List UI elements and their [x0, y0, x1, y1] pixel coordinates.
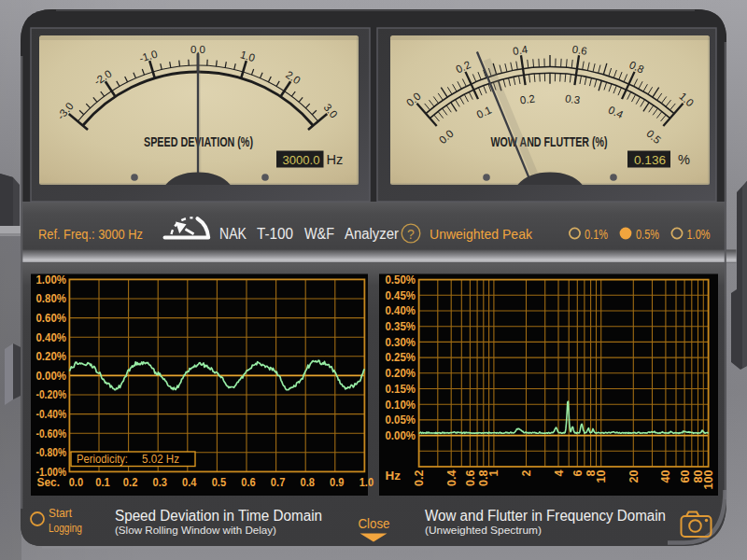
svg-text:10: 10: [595, 470, 608, 483]
svg-text:0.8: 0.8: [300, 475, 315, 489]
svg-text:1.00%: 1.00%: [36, 273, 67, 287]
svg-text:0.9: 0.9: [330, 475, 345, 489]
svg-text:60: 60: [679, 470, 692, 483]
svg-text:(Unweighted Spectrum): (Unweighted Spectrum): [425, 524, 542, 536]
svg-text:0.00%: 0.00%: [386, 429, 416, 442]
svg-text:T-100: T-100: [257, 226, 293, 242]
svg-text:0.20%: 0.20%: [36, 350, 67, 363]
svg-text:0.6: 0.6: [464, 470, 477, 487]
svg-text:0.05%: 0.05%: [386, 413, 416, 427]
svg-text:0.5%: 0.5%: [636, 226, 659, 242]
svg-text:0.6: 0.6: [571, 44, 588, 57]
svg-text:Logging: Logging: [49, 521, 82, 535]
svg-text:0.2: 0.2: [413, 470, 426, 487]
svg-text:2: 2: [520, 470, 533, 477]
svg-text:Start: Start: [49, 506, 72, 520]
svg-text:0.6: 0.6: [241, 475, 256, 489]
svg-text:0.2: 0.2: [123, 475, 138, 489]
svg-text:Ref. Freq.: 3000 Hz: Ref. Freq.: 3000 Hz: [38, 227, 143, 242]
svg-text:Hz: Hz: [327, 152, 344, 167]
svg-text:0.25%: 0.25%: [386, 351, 416, 364]
svg-text:0.136: 0.136: [634, 153, 666, 167]
svg-text:1.0: 1.0: [359, 475, 374, 489]
svg-text:%: %: [678, 152, 690, 167]
svg-text:0.7: 0.7: [271, 475, 286, 489]
svg-text:0.2: 0.2: [519, 92, 536, 105]
svg-text:0.20%: 0.20%: [386, 367, 416, 380]
svg-text:(Slow Rolling Window with Dela: (Slow Rolling Window with Delay): [115, 524, 276, 536]
svg-text:100: 100: [702, 470, 715, 490]
svg-text:0.30%: 0.30%: [386, 336, 416, 349]
svg-text:Periodicity:: Periodicity:: [77, 453, 128, 466]
svg-text:1.0%: 1.0%: [687, 226, 711, 242]
svg-text:6: 6: [571, 470, 585, 477]
svg-text:Sec.: Sec.: [37, 475, 61, 489]
svg-text:0.40%: 0.40%: [386, 304, 416, 317]
svg-text:0.60%: 0.60%: [36, 312, 67, 325]
svg-text:0.35%: 0.35%: [386, 320, 416, 333]
svg-text:0.5: 0.5: [212, 475, 227, 489]
svg-text:1: 1: [487, 470, 500, 477]
svg-text:20: 20: [627, 470, 641, 483]
svg-text:40: 40: [659, 470, 672, 483]
svg-text:5.02 Hz: 5.02 Hz: [142, 453, 179, 466]
svg-text:0.15%: 0.15%: [386, 383, 416, 396]
svg-text:-0.60%: -0.60%: [36, 427, 67, 441]
svg-text:Hz: Hz: [386, 469, 402, 483]
svg-text:?: ?: [407, 227, 415, 242]
svg-text:Unweighted Peak: Unweighted Peak: [430, 227, 533, 242]
svg-text:0.50%: 0.50%: [386, 273, 416, 287]
svg-text:0.0: 0.0: [190, 44, 205, 55]
svg-text:W&F: W&F: [304, 226, 334, 242]
svg-text:-0.80%: -0.80%: [36, 446, 67, 459]
svg-text:3000.0: 3000.0: [283, 153, 320, 167]
svg-text:0.4: 0.4: [445, 470, 458, 487]
svg-text:Close: Close: [359, 515, 390, 531]
svg-text:Analyzer: Analyzer: [345, 226, 400, 242]
svg-text:0.1%: 0.1%: [585, 226, 608, 242]
svg-text:WOW AND FLUTTER (%): WOW AND FLUTTER (%): [491, 134, 608, 149]
svg-text:0.0: 0.0: [69, 475, 84, 489]
svg-text:0.40%: 0.40%: [36, 331, 67, 344]
svg-text:NAK: NAK: [219, 226, 247, 242]
svg-text:4: 4: [553, 470, 566, 477]
svg-text:Speed Deviation in Time Domain: Speed Deviation in Time Domain: [115, 508, 322, 524]
svg-text:0.4: 0.4: [182, 475, 197, 489]
svg-text:0.1: 0.1: [95, 475, 110, 489]
svg-text:0.10%: 0.10%: [386, 399, 416, 412]
svg-text:Wow and Flutter in Frequency D: Wow and Flutter in Frequency Domain: [425, 508, 666, 524]
svg-text:0.80%: 0.80%: [36, 292, 67, 305]
svg-text:0.45%: 0.45%: [386, 289, 416, 302]
svg-text:0.00%: 0.00%: [36, 370, 67, 383]
svg-text:0.3: 0.3: [564, 92, 581, 105]
svg-text:-0.20%: -0.20%: [36, 388, 67, 401]
svg-text:0.4: 0.4: [512, 44, 529, 57]
svg-text:-0.40%: -0.40%: [36, 408, 67, 421]
svg-text:0.3: 0.3: [152, 475, 167, 489]
